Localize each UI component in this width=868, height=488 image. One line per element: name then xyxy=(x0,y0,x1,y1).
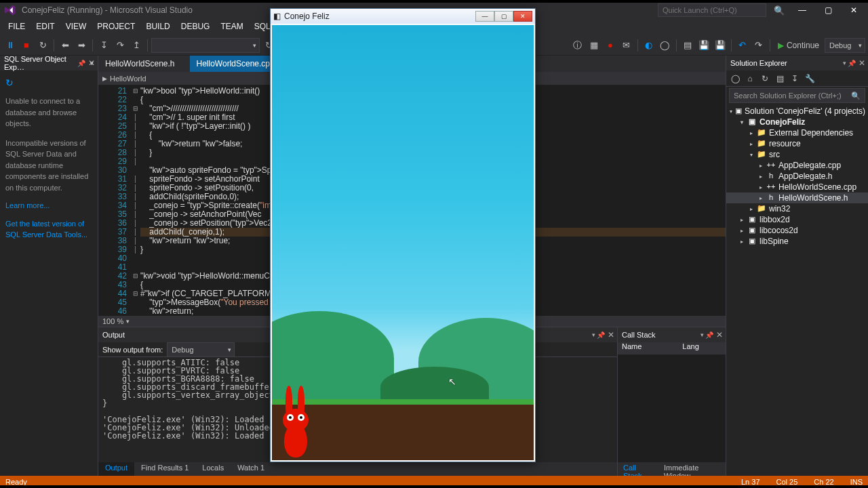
callstack-list[interactable] xyxy=(618,354,726,462)
search-icon[interactable]: 🔍 xyxy=(772,3,787,18)
showall-icon[interactable]: ▤ xyxy=(774,73,786,85)
output-source-dropdown[interactable]: Debug xyxy=(167,342,235,357)
bottom-tab[interactable]: Locals xyxy=(195,462,231,476)
solution-tree[interactable]: ▾▣ Solution 'ConejoFeliz' (4 projects) ▾… xyxy=(726,104,868,476)
minimize-button[interactable]: — xyxy=(792,3,812,18)
close-button[interactable]: ✕ xyxy=(513,11,532,22)
zoom-level[interactable]: 100 % xyxy=(102,317,123,325)
tb-icon[interactable]: ◐ xyxy=(642,38,656,53)
redo-icon[interactable]: ↷ xyxy=(751,38,766,53)
menu-view[interactable]: VIEW xyxy=(60,20,92,35)
se-search-input[interactable]: Search Solution Explorer (Ctrl+;) 🔍 xyxy=(729,88,865,103)
tree-node[interactable]: ▸▣libSpine xyxy=(726,236,868,247)
tree-node[interactable]: ▸▣libcocos2d xyxy=(726,225,868,236)
rabbit-sprite xyxy=(280,383,311,458)
step-into-icon[interactable]: ↧ xyxy=(96,38,111,53)
cs-tab[interactable]: Immediate Window xyxy=(658,462,726,476)
quick-launch-input[interactable] xyxy=(658,3,766,17)
cursor-icon: ↖ xyxy=(448,376,456,387)
menu-debug[interactable]: DEBUG xyxy=(176,20,216,35)
nav-fwd-icon[interactable]: ➡ xyxy=(74,38,89,53)
menu-file[interactable]: FILE xyxy=(3,20,31,35)
tb-icon[interactable]: ◯ xyxy=(658,38,673,53)
panel-title: SQL Server Object Exp… ▾ 📌 ✕ xyxy=(0,56,98,70)
game-window[interactable]: ◧ Conejo Feliz — ▢ ✕ ↖ xyxy=(270,8,536,462)
menu-build[interactable]: BUILD xyxy=(140,20,175,35)
new-icon[interactable]: ▤ xyxy=(680,38,695,53)
dropdown-icon[interactable]: ▾ xyxy=(843,60,846,66)
minimize-button[interactable]: — xyxy=(475,11,494,22)
close-button[interactable]: ✕ xyxy=(844,3,864,18)
menu-edit[interactable]: EDIT xyxy=(31,20,60,35)
tree-node[interactable]: ▾📁src xyxy=(726,149,868,160)
tree-node[interactable]: ▸▣libbox2d xyxy=(726,214,868,225)
restart-icon[interactable]: ↻ xyxy=(35,38,50,53)
tree-node[interactable]: ▸📁resource xyxy=(726,138,868,149)
saveall-icon[interactable]: 💾 xyxy=(713,38,728,53)
step-out-icon[interactable]: ↥ xyxy=(129,38,144,53)
stop-icon[interactable]: ■ xyxy=(19,38,34,53)
stackframe-dropdown[interactable] xyxy=(151,38,260,53)
undo-icon[interactable]: ↶ xyxy=(735,38,750,53)
tb-icon[interactable]: ▦ xyxy=(587,38,601,53)
dropdown-icon[interactable]: ▾ xyxy=(701,331,704,338)
tree-node[interactable]: ▸hHelloWorldScene.h xyxy=(726,192,868,203)
nav-back-icon[interactable]: ⬅ xyxy=(58,38,73,53)
pin-icon[interactable]: 📌 xyxy=(77,60,85,67)
tb-icon[interactable]: ⓘ xyxy=(570,38,585,53)
doc-tab[interactable]: HelloWorldScene.h xyxy=(98,56,190,72)
sql-explorer-panel: SQL Server Object Exp… ▾ 📌 ✕ ↻ Unable to… xyxy=(0,56,98,476)
tb-icon[interactable]: ✉ xyxy=(619,38,634,53)
tree-node[interactable]: ▸📁External Dependencies xyxy=(726,127,868,138)
refresh-icon[interactable]: ↻ xyxy=(5,76,92,90)
cs-tab[interactable]: Call Stack xyxy=(618,462,658,476)
file-icon: 📁 xyxy=(757,128,766,138)
col-name: Name xyxy=(622,342,642,354)
tree-node[interactable]: ▸++AppDelegate.cpp xyxy=(726,160,868,171)
vs-logo-icon xyxy=(4,4,16,16)
line-gutter: 2122232425262728293031323334353637383940… xyxy=(98,85,131,316)
msg-text: Incompatible versions of SQL Server Data… xyxy=(5,138,92,194)
bottom-tab[interactable]: Output xyxy=(98,462,134,476)
scope-label[interactable]: HelloWorld xyxy=(110,75,146,83)
properties-icon[interactable]: 🔧 xyxy=(804,73,816,85)
game-titlebar[interactable]: ◧ Conejo Feliz — ▢ ✕ xyxy=(271,9,535,24)
menu-team[interactable]: TEAM xyxy=(215,20,248,35)
back-icon[interactable]: ◯ xyxy=(729,73,741,85)
pin-icon[interactable]: 📌 xyxy=(597,331,605,339)
get-tools-link[interactable]: Get the latest version of SQL Server Dat… xyxy=(5,218,92,241)
step-over-icon[interactable]: ↷ xyxy=(113,38,127,53)
bottom-tab[interactable]: Find Results 1 xyxy=(134,462,195,476)
save-icon[interactable]: 💾 xyxy=(696,38,711,53)
continue-button[interactable]: ▶Continue xyxy=(774,41,823,50)
collapse-icon[interactable]: ↧ xyxy=(789,73,801,85)
output-from-label: Show output from: xyxy=(102,346,163,354)
tree-node[interactable]: ▸++HelloWorldScene.cpp xyxy=(726,182,868,192)
pin-icon[interactable]: 📌 xyxy=(848,60,856,67)
tb-icon[interactable]: ● xyxy=(603,38,618,53)
callstack-panel: Call Stack ▾ 📌 ✕ Name Lang Call StackImm… xyxy=(617,327,726,476)
config-dropdown[interactable]: Debug xyxy=(825,38,865,53)
learn-more-link[interactable]: Learn more... xyxy=(5,200,92,211)
close-icon[interactable]: ✕ xyxy=(608,330,614,340)
sync-icon[interactable]: ↻ xyxy=(759,73,771,85)
close-icon[interactable]: ✕ xyxy=(859,58,865,68)
close-icon[interactable]: ✕ xyxy=(88,58,95,68)
msg-text: Unable to connect to a database and brow… xyxy=(5,96,92,129)
close-icon[interactable]: ✕ xyxy=(716,330,723,340)
fold-gutter[interactable]: ⊟⊟│││││││││││││││⊟⊟ xyxy=(131,85,140,316)
solution-root[interactable]: ▾▣ Solution 'ConejoFeliz' (4 projects) xyxy=(726,106,868,117)
pin-icon[interactable]: 📌 xyxy=(705,331,713,339)
tree-node[interactable]: ▾▣ConejoFeliz xyxy=(726,117,868,127)
dropdown-icon[interactable]: ▾ xyxy=(592,331,595,338)
tree-node[interactable]: ▸📁win32 xyxy=(726,203,868,214)
tree-node[interactable]: ▸hAppDelegate.h xyxy=(726,171,868,182)
menu-project[interactable]: PROJECT xyxy=(92,20,140,35)
maximize-button[interactable]: ▢ xyxy=(494,11,513,22)
chevron-right-icon[interactable]: ▶ xyxy=(102,75,107,82)
maximize-button[interactable]: ▢ xyxy=(818,3,838,18)
home-icon[interactable]: ⌂ xyxy=(744,73,756,85)
bottom-tab[interactable]: Watch 1 xyxy=(231,462,271,476)
se-toolbar: ◯ ⌂ ↻ ▤ ↧ 🔧 xyxy=(726,70,868,87)
pause-icon[interactable]: ⏸ xyxy=(3,38,18,53)
